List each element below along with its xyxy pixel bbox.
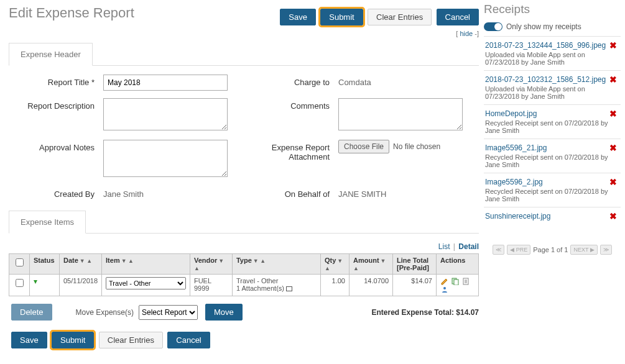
receipt-name[interactable]: Image5596_2.jpg bbox=[485, 178, 617, 186]
copy-icon[interactable] bbox=[451, 278, 459, 285]
col-vendor[interactable]: Vendor▼ ▲ bbox=[190, 254, 232, 275]
tab-expense-header[interactable]: Expense Header bbox=[9, 43, 93, 66]
col-amount[interactable]: Amount▼ ▲ bbox=[350, 254, 393, 275]
receipt-name[interactable]: HomeDepot.jpg bbox=[485, 109, 617, 118]
move-button[interactable]: Move bbox=[205, 304, 243, 321]
pager-first-button[interactable]: ≪ bbox=[493, 245, 504, 255]
cancel-button[interactable]: Cancel bbox=[437, 9, 479, 25]
entered-total-value: $14.07 bbox=[456, 308, 479, 317]
created-by-value: Jane Smith bbox=[103, 186, 244, 199]
report-title-label: Report Title * bbox=[9, 75, 103, 87]
pager-text: Page 1 of 1 bbox=[533, 246, 568, 253]
status-ok-icon: ▾ bbox=[34, 277, 37, 286]
choose-file-button[interactable]: Choose File bbox=[338, 140, 389, 153]
receipt-item[interactable]: ✖2018-07-23_132444_1586_996.jpegUploaded… bbox=[484, 36, 621, 70]
delete-receipt-icon[interactable]: ✖ bbox=[609, 75, 617, 84]
col-status[interactable]: Status bbox=[30, 254, 60, 275]
save-button[interactable]: Save bbox=[280, 9, 316, 25]
pager-next-button[interactable]: NEXT ▶ bbox=[570, 245, 597, 255]
receipt-name[interactable]: Sunshinereceipt.jpg bbox=[485, 212, 617, 221]
col-date[interactable]: Date▼ ▲ bbox=[60, 254, 102, 275]
on-behalf-value: JANE SMITH bbox=[338, 186, 479, 199]
col-linetotal[interactable]: Line Total[Pre-Paid] bbox=[393, 254, 437, 275]
select-all-checkbox[interactable] bbox=[16, 258, 24, 266]
move-expense-select[interactable]: Select Report bbox=[139, 305, 198, 320]
row-vendor: FUEL 9999 bbox=[190, 275, 232, 296]
comments-label: Comments bbox=[244, 98, 338, 111]
report-description-label: Report Description bbox=[9, 98, 103, 111]
receipt-name[interactable]: Image5596_21.jpg bbox=[485, 143, 617, 152]
charge-to-value: Comdata bbox=[338, 75, 479, 87]
created-by-label: Created By bbox=[9, 186, 103, 199]
row-linetotal: $14.07 bbox=[393, 275, 437, 296]
approval-notes-label: Approval Notes bbox=[9, 140, 103, 152]
tab-expense-items[interactable]: Expense Items bbox=[9, 211, 86, 234]
delete-receipt-icon[interactable]: ✖ bbox=[609, 177, 617, 187]
delete-receipt-icon[interactable]: ✖ bbox=[609, 40, 617, 50]
submit-button-bottom[interactable]: Submit bbox=[52, 332, 94, 348]
row-qty: 1.00 bbox=[321, 275, 350, 296]
only-my-receipts-toggle[interactable] bbox=[484, 22, 502, 31]
row-date: 05/11/2018 bbox=[60, 275, 102, 296]
receipt-item[interactable]: ✖Image5596_21.jpgRecycled Receipt sent o… bbox=[484, 139, 621, 173]
row-item-select[interactable]: Travel - Other bbox=[106, 277, 186, 289]
clear-entries-button[interactable]: Clear Entries bbox=[368, 9, 432, 25]
receipts-list[interactable]: ✖2018-07-23_132444_1586_996.jpegUploaded… bbox=[484, 36, 621, 241]
on-behalf-label: On Behalf of bbox=[244, 186, 338, 199]
expense-items-table: Status Date▼ ▲ Item▼ ▲ Vendor▼ ▲ Type▼ ▲… bbox=[9, 253, 479, 296]
receipt-name[interactable]: 2018-07-23_132444_1586_996.jpeg bbox=[485, 41, 617, 50]
submit-button[interactable]: Submit bbox=[320, 9, 363, 25]
edit-icon[interactable] bbox=[441, 278, 448, 285]
pager-prev-button[interactable]: ◀ PRE bbox=[507, 245, 530, 255]
entered-total-label: Entered Expense Total: bbox=[371, 308, 456, 317]
user-icon[interactable] bbox=[441, 286, 448, 293]
receipt-meta: Uploaded via Mobile App sent on 07/23/20… bbox=[485, 85, 585, 100]
cancel-button-bottom[interactable]: Cancel bbox=[167, 332, 210, 348]
col-actions: Actions bbox=[437, 254, 479, 275]
hide-link[interactable]: [ hide -] bbox=[9, 30, 479, 37]
table-row: ▾ 05/11/2018 Travel - Other FUEL 9999 Tr… bbox=[9, 275, 479, 296]
svg-point-3 bbox=[443, 287, 446, 289]
row-type: Travel - Other 1 Attachment(s) bbox=[232, 275, 320, 296]
receipt-item[interactable]: ✖Sunshinereceipt.jpg bbox=[484, 207, 621, 226]
receipt-meta: Recycled Receipt sent on 07/20/2018 by J… bbox=[485, 119, 608, 134]
delete-button[interactable]: Delete bbox=[11, 304, 52, 321]
svg-rect-1 bbox=[454, 280, 458, 285]
receipts-title: Receipts bbox=[484, 2, 621, 16]
row-checkbox[interactable] bbox=[16, 279, 24, 287]
row-amount: 14.0700 bbox=[350, 275, 393, 296]
only-my-receipts-label: Only show my receipts bbox=[506, 22, 581, 31]
no-file-text: No file chosen bbox=[393, 142, 440, 151]
move-expense-label: Move Expense(s) bbox=[76, 308, 134, 317]
delete-receipt-icon[interactable]: ✖ bbox=[609, 211, 617, 221]
delete-receipt-icon[interactable]: ✖ bbox=[609, 109, 617, 119]
list-view-link[interactable]: List bbox=[438, 242, 450, 251]
delete-receipt-icon[interactable]: ✖ bbox=[609, 143, 617, 153]
receipt-meta: Recycled Receipt sent on 07/20/2018 by J… bbox=[485, 153, 608, 168]
pager-last-button[interactable]: ≫ bbox=[600, 245, 612, 255]
receipt-item[interactable]: ✖HomeDepot.jpgRecycled Receipt sent on 0… bbox=[484, 104, 621, 139]
receipt-item[interactable]: ✖Image5596_2.jpgRecycled Receipt sent on… bbox=[484, 173, 621, 207]
attachment-icon bbox=[286, 286, 292, 291]
approval-notes-input[interactable] bbox=[103, 140, 228, 177]
clear-entries-button-bottom[interactable]: Clear Entries bbox=[99, 332, 163, 348]
save-button-bottom[interactable]: Save bbox=[11, 332, 47, 348]
col-item[interactable]: Item▼ ▲ bbox=[102, 254, 190, 275]
comments-input[interactable] bbox=[338, 98, 463, 130]
page-title: Edit Expense Report bbox=[9, 5, 134, 21]
report-description-input[interactable] bbox=[103, 98, 228, 130]
attachment-label: Expense Report Attachment bbox=[244, 140, 338, 162]
receipt-item[interactable]: ✖2018-07-23_102312_1586_512.jpegUploaded… bbox=[484, 70, 621, 104]
col-qty[interactable]: Qty▼ ▲ bbox=[321, 254, 350, 275]
charge-to-label: Charge to bbox=[244, 75, 338, 87]
receipt-meta: Uploaded via Mobile App sent on 07/23/20… bbox=[485, 51, 585, 66]
col-type[interactable]: Type▼ ▲ bbox=[232, 254, 320, 275]
attach-receipt-icon[interactable] bbox=[462, 278, 470, 285]
receipt-meta: Recycled Receipt sent on 07/20/2018 by J… bbox=[485, 188, 608, 202]
report-title-input[interactable] bbox=[103, 75, 228, 91]
detail-view-link[interactable]: Detail bbox=[458, 242, 479, 251]
receipt-name[interactable]: 2018-07-23_102312_1586_512.jpeg bbox=[485, 75, 617, 84]
